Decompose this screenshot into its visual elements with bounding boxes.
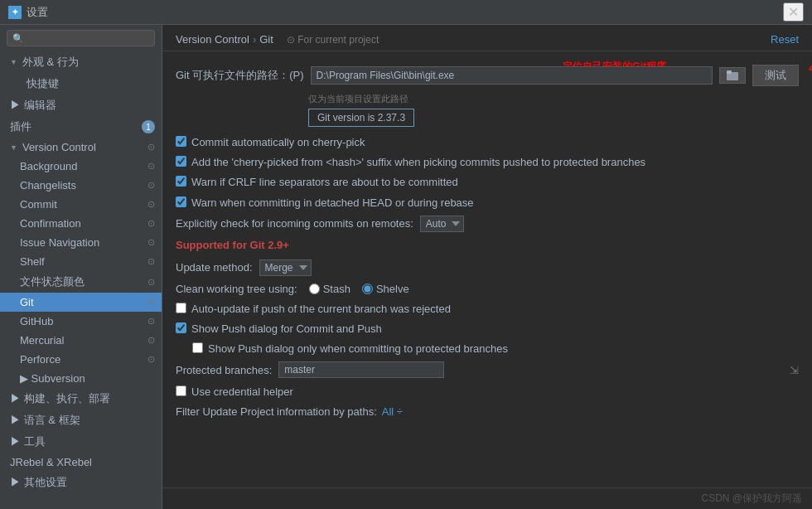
checkbox-detached-label: Warn when committing in detached HEAD or…	[191, 196, 474, 211]
sidebar-item-mercurial[interactable]: Mercurial ⊙	[0, 331, 162, 350]
reset-button[interactable]: Reset	[771, 33, 799, 46]
radio-stash-input[interactable]	[309, 284, 320, 294]
sidebar-item-github-label: GitHub	[20, 315, 53, 327]
checkbox-credential-helper-input[interactable]	[176, 385, 186, 396]
checkbox-crlf-input[interactable]	[176, 176, 186, 187]
checkbox-credential-helper: Use credential helper	[176, 385, 799, 400]
sidebar-item-file-status[interactable]: 文件状态颜色 ⊙	[0, 271, 162, 293]
sidebar-item-confirmation-label: Confirmation	[20, 217, 81, 230]
checkbox-show-push-protected-input[interactable]	[192, 342, 203, 353]
hg-icon: ⊙	[147, 335, 155, 346]
radio-stash: Stash	[309, 283, 350, 295]
folder-icon	[727, 70, 738, 80]
checkbox-cherry-pick-input[interactable]	[176, 136, 186, 147]
expand-protected-icon[interactable]: ⇲	[790, 364, 799, 376]
title-bar-left: ✦ 设置	[8, 5, 48, 20]
hint-text: 仅为当前项目设置此路径	[308, 93, 799, 105]
protected-branches-label: Protected branches:	[176, 364, 272, 376]
radio-shelve: Shelve	[362, 283, 409, 295]
commit-icon: ⊙	[147, 199, 155, 210]
sidebar-item-plugins[interactable]: 插件 1	[0, 116, 162, 138]
sidebar-item-commit-label: Commit	[20, 198, 57, 211]
update-method-row: Update method: Merge	[176, 259, 799, 276]
sidebar-item-changelists-label: Changelists	[20, 179, 76, 191]
sidebar-item-shortcuts[interactable]: 快捷键	[0, 73, 162, 95]
p4-icon: ⊙	[147, 354, 155, 365]
git-path-row: Git 可执行文件的路径：(P) D:\Program Files\Git\bi…	[176, 65, 799, 86]
git-icon: ⊙	[147, 297, 155, 308]
checkbox-cherry-pick-suffix-input[interactable]	[176, 156, 186, 167]
breadcrumb-part1: Version Control	[176, 33, 249, 46]
sidebar-item-commit[interactable]: Commit ⊙	[0, 195, 162, 214]
sidebar-item-tools[interactable]: ▶ 工具	[0, 431, 162, 453]
checkbox-show-push-dialog-label: Show Push dialog for Commit and Push	[191, 322, 382, 337]
checkbox-detached-input[interactable]	[176, 196, 186, 207]
sidebar-item-changelists[interactable]: Changelists ⊙	[0, 176, 162, 195]
shelf-icon: ⊙	[147, 256, 155, 267]
incoming-commits-label: Explicitly check for incoming commits on…	[176, 217, 413, 230]
test-button[interactable]: 测试	[752, 65, 799, 86]
protected-branches-input[interactable]: master	[278, 361, 444, 378]
checkbox-credential-helper-label: Use credential helper	[191, 385, 293, 400]
search-input[interactable]	[27, 32, 149, 44]
sidebar-item-version-control-label: Version Control	[22, 141, 96, 153]
search-icon: 🔍	[12, 33, 24, 44]
checkbox-show-push-dialog-input[interactable]	[176, 322, 186, 333]
sidebar-item-appearance[interactable]: ▼ 外观 & 行为	[0, 51, 162, 73]
sidebar-item-build-label: ▶ 构建、执行、部署	[10, 391, 110, 406]
sidebar-item-issue-navigation-label: Issue Navigation	[20, 236, 99, 249]
update-method-select[interactable]: Merge	[259, 259, 312, 276]
git-path-input[interactable]: D:\Program Files\Git\bin\git.exe	[311, 66, 713, 85]
sidebar-item-subversion-label: ▶ Subversion	[20, 372, 85, 385]
browse-button[interactable]	[719, 67, 746, 84]
checkbox-show-push-protected: Show Push dialog only when committing to…	[176, 342, 799, 356]
sidebar: 🔍 ▼ 外观 & 行为 快捷键 ▶ 编辑器 插件 1 ▼ Version Con…	[0, 25, 162, 509]
sidebar-item-build[interactable]: ▶ 构建、执行、部署	[0, 388, 162, 410]
checkbox-cherry-pick-suffix: Add the 'cherry-picked from <hash>' suff…	[176, 155, 799, 170]
vc-icon: ⊙	[147, 142, 155, 153]
sidebar-item-languages[interactable]: ▶ 语言 & 框架	[0, 410, 162, 431]
radio-shelve-input[interactable]	[362, 284, 373, 294]
supported-text: Supported for Git 2.9+	[176, 239, 799, 251]
footer-watermark: CSDN @保护我方阿遥	[162, 487, 812, 509]
breadcrumb: Version Control › Git ⊙ For current proj…	[176, 33, 379, 46]
sidebar-item-editor[interactable]: ▶ 编辑器	[0, 95, 162, 116]
title-bar-title: 设置	[27, 5, 48, 20]
search-box[interactable]: 🔍	[7, 30, 155, 46]
close-button[interactable]: ✕	[783, 2, 804, 22]
checkbox-cherry-pick-label: Commit automatically on cherry-pick	[191, 135, 365, 150]
sidebar-item-background[interactable]: Background ⊙	[0, 157, 162, 176]
version-box: Git version is 2.37.3	[308, 109, 414, 127]
cl-icon: ⊙	[147, 180, 155, 191]
checkbox-cherry-pick: Commit automatically on cherry-pick	[176, 135, 799, 150]
checkbox-crlf: Warn if CRLF line separators are about t…	[176, 175, 799, 190]
content-body: 定位自己安装的Git程序 Git 可执行文件的路径：(P) D:\Program…	[162, 51, 812, 487]
gh-icon: ⊙	[147, 316, 155, 327]
sidebar-item-perforce-label: Perforce	[20, 353, 60, 366]
checkbox-auto-update-input[interactable]	[176, 303, 186, 313]
sidebar-item-version-control[interactable]: ▼ Version Control ⊙	[0, 138, 162, 157]
incoming-commits-select[interactable]: Auto	[420, 216, 464, 232]
content-header: Version Control › Git ⊙ For current proj…	[162, 25, 812, 51]
sidebar-item-confirmation[interactable]: Confirmation ⊙	[0, 214, 162, 233]
clean-working-tree-label: Clean working tree using:	[176, 283, 297, 295]
sidebar-item-subversion[interactable]: ▶ Subversion	[0, 369, 162, 388]
app-icon: ✦	[8, 6, 22, 19]
sidebar-item-issue-navigation[interactable]: Issue Navigation ⊙	[0, 233, 162, 252]
incoming-commits-row: Explicitly check for incoming commits on…	[176, 216, 799, 232]
plugins-badge: 1	[142, 120, 155, 133]
sidebar-item-jrebel[interactable]: JRebel & XRebel	[0, 453, 162, 472]
sidebar-item-git-label: Git	[20, 296, 34, 308]
sidebar-item-jrebel-label: JRebel & XRebel	[10, 456, 92, 468]
git-path-label: Git 可执行文件的路径：(P)	[176, 68, 304, 83]
sidebar-item-shelf[interactable]: Shelf ⊙	[0, 252, 162, 271]
fs-icon: ⊙	[147, 277, 155, 288]
sidebar-item-git[interactable]: Git ⊙	[0, 293, 162, 312]
title-bar: ✦ 设置 ✕	[0, 0, 812, 25]
sidebar-item-github[interactable]: GitHub ⊙	[0, 312, 162, 331]
checkbox-cherry-pick-suffix-label: Add the 'cherry-picked from <hash>' suff…	[191, 155, 645, 170]
filter-value[interactable]: All ÷	[382, 405, 403, 418]
sidebar-item-plugins-label: 插件	[10, 119, 31, 134]
sidebar-item-other-settings[interactable]: ▶ 其他设置	[0, 472, 162, 493]
sidebar-item-perforce[interactable]: Perforce ⊙	[0, 350, 162, 369]
